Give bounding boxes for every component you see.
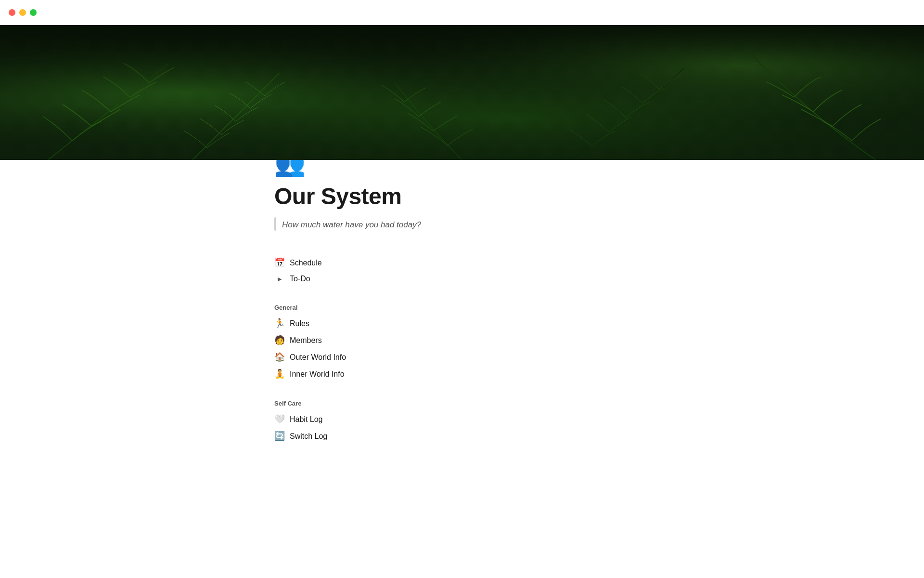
- quote-block: How much water have you had today?: [274, 217, 650, 231]
- fern-container: [0, 25, 924, 160]
- section-self-care: Self Care 🤍 Habit Log 🔄 Switch Log: [274, 400, 650, 445]
- nav-item-rules[interactable]: 🏃 Rules: [274, 315, 650, 332]
- person-icon: 🧑: [274, 334, 285, 347]
- nav-label-todo: To-Do: [290, 273, 310, 285]
- quote-bar: [274, 217, 276, 231]
- nav-item-schedule[interactable]: 📅 Schedule: [274, 254, 650, 271]
- calendar-icon: 📅: [274, 256, 285, 269]
- nav-item-switch-log[interactable]: 🔄 Switch Log: [274, 428, 650, 445]
- quote-text: How much water have you had today?: [282, 217, 421, 231]
- arrow-right-icon: ▶: [274, 275, 285, 283]
- page-content: 👥 Our System How much water have you had…: [245, 150, 679, 445]
- heart-outline-icon: 🤍: [274, 413, 285, 426]
- nav-label-switch-log: Switch Log: [290, 431, 327, 442]
- nav-item-outer-world-info[interactable]: 🏠 Outer World Info: [274, 349, 650, 366]
- cover-image: [0, 25, 924, 160]
- running-icon: 🏃: [274, 317, 285, 330]
- meditation-icon: 🧘: [274, 368, 285, 381]
- nav-label-schedule: Schedule: [290, 257, 322, 269]
- nav-label-outer-world-info: Outer World Info: [290, 352, 346, 363]
- section-label-self-care: Self Care: [274, 400, 650, 407]
- minimize-button[interactable]: [19, 9, 26, 16]
- titlebar: [0, 0, 924, 25]
- nav-item-members[interactable]: 🧑 Members: [274, 332, 650, 349]
- section-label-general: General: [274, 304, 650, 311]
- window-buttons: [9, 9, 37, 16]
- section-general: General 🏃 Rules 🧑 Members 🏠 Outer World …: [274, 304, 650, 382]
- house-icon: 🏠: [274, 351, 285, 364]
- refresh-icon: 🔄: [274, 430, 285, 443]
- nav-item-inner-world-info[interactable]: 🧘 Inner World Info: [274, 366, 650, 382]
- maximize-button[interactable]: [30, 9, 37, 16]
- svg-rect-5: [0, 25, 924, 160]
- section-quick: 📅 Schedule ▶ To-Do: [274, 254, 650, 287]
- nav-label-rules: Rules: [290, 318, 309, 329]
- nav-item-habit-log[interactable]: 🤍 Habit Log: [274, 411, 650, 428]
- close-button[interactable]: [9, 9, 15, 16]
- nav-label-members: Members: [290, 335, 322, 346]
- page-title: Our System: [274, 183, 650, 210]
- nav-item-todo[interactable]: ▶ To-Do: [274, 271, 650, 287]
- nav-label-inner-world-info: Inner World Info: [290, 368, 345, 380]
- nav-label-habit-log: Habit Log: [290, 414, 323, 425]
